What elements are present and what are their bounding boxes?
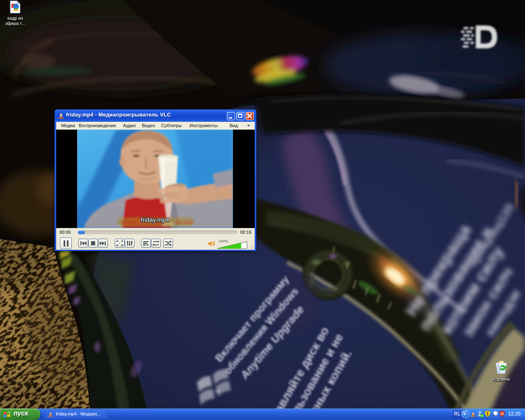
svg-text:-tv.ru/: -tv.ru/ (174, 218, 194, 226)
svg-text:friday.mp4: friday.mp4 (141, 216, 169, 223)
svg-text:100%: 100% (219, 239, 228, 243)
svg-text:www.: www. (121, 218, 139, 226)
